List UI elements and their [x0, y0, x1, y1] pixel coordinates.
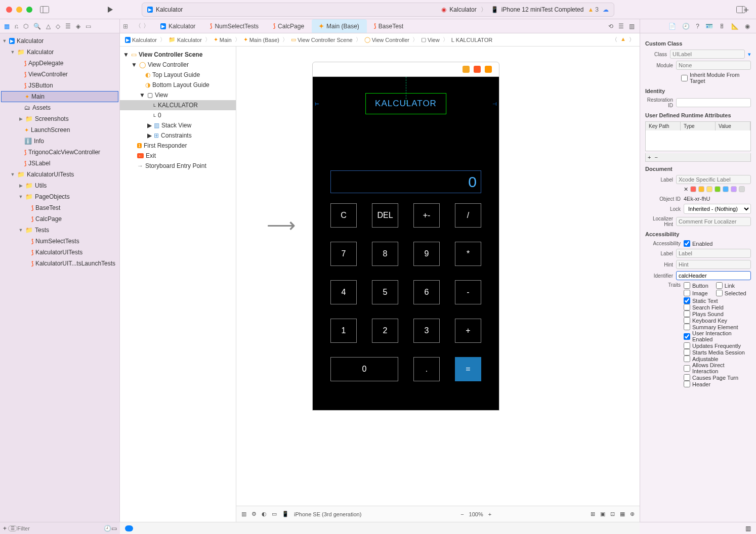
filter-scope-icon[interactable]: ☰: [8, 525, 17, 531]
embed-icon[interactable]: ▦: [620, 511, 625, 517]
file-basetest[interactable]: ⟆BaseTest: [0, 202, 119, 213]
file-inspector-icon[interactable]: 📄: [668, 23, 676, 30]
prev-issue-icon[interactable]: 〈: [612, 36, 617, 43]
breakpoint-navigator-icon[interactable]: ◈: [76, 23, 80, 30]
file-trigono[interactable]: ⟆TrigonoCalcViewController: [0, 147, 119, 158]
key-5[interactable]: 5: [372, 280, 398, 304]
key-del[interactable]: DEL: [372, 203, 398, 228]
key-7[interactable]: 7: [330, 242, 357, 266]
source-control-icon[interactable]: ⎌: [15, 23, 18, 30]
tab-calcpage[interactable]: ⟆CalcPage: [266, 19, 312, 33]
file-launchtests[interactable]: ⟆KalculatorUIT...tsLaunchTests: [0, 258, 119, 269]
add-attr-button[interactable]: +: [648, 154, 651, 160]
color-gray[interactable]: [739, 186, 745, 192]
related-items-icon[interactable]: ⊞: [123, 23, 128, 30]
color-red[interactable]: [690, 186, 696, 192]
module-field[interactable]: [676, 61, 751, 70]
first-responder-icon[interactable]: [474, 66, 481, 73]
symbol-navigator-icon[interactable]: ⬡: [23, 23, 28, 30]
key-1[interactable]: 1: [330, 319, 357, 343]
scm-filter-icon[interactable]: ▭: [111, 525, 117, 532]
outline-stack[interactable]: ▶▥Stack View: [120, 120, 236, 130]
runtime-attrs-table[interactable]: Key PathTypeValue: [645, 121, 751, 151]
group-kalculator[interactable]: ▼📁Kalculator: [0, 47, 119, 58]
outline-constraints[interactable]: ▶⊞Constraints: [120, 130, 236, 141]
trait-starts-media-session[interactable]: Starts Media Session: [684, 349, 751, 355]
key-plus[interactable]: +: [455, 319, 481, 343]
scheme-selector[interactable]: ◉ Kalculator 〉 📱 iPhone 12 mini: [441, 6, 541, 14]
trait-allows-direct-interaction[interactable]: Allows Direct Interaction: [684, 362, 751, 374]
zoom-in-icon[interactable]: +: [488, 511, 491, 517]
key-9[interactable]: 9: [413, 242, 440, 266]
key-4[interactable]: 4: [330, 280, 357, 304]
trait-link[interactable]: Link: [716, 282, 748, 289]
close-window[interactable]: [6, 7, 12, 13]
file-main[interactable]: ✦Main: [1, 91, 118, 102]
key-6[interactable]: 6: [413, 280, 440, 304]
class-dropdown-icon[interactable]: ▾: [748, 51, 751, 58]
group-tests[interactable]: ▼📁Tests: [0, 225, 119, 236]
trait-causes-page-turn[interactable]: Causes Page Turn: [684, 374, 751, 381]
test-navigator-icon[interactable]: ◇: [56, 23, 60, 30]
outline-entry[interactable]: →Storyboard Entry Point: [120, 161, 236, 171]
accessibility-enabled-checkbox[interactable]: [684, 240, 690, 247]
library-icon[interactable]: ⊕: [630, 511, 635, 517]
file-viewcontroller[interactable]: ⟆ViewController: [0, 69, 119, 80]
attributes-inspector-icon[interactable]: 🎚: [719, 23, 725, 30]
ib-canvas[interactable]: ⟶ KALCULATOR ⊢ ⊣ 0: [236, 47, 640, 522]
warnings-badge[interactable]: ▲3: [587, 6, 599, 13]
tab-main[interactable]: ✦Main (Base): [312, 19, 367, 33]
key-dot[interactable]: .: [413, 357, 440, 381]
issue-navigator-icon[interactable]: △: [46, 23, 51, 30]
device-icon[interactable]: 📱: [282, 511, 289, 517]
size-inspector-icon[interactable]: 📐: [731, 23, 739, 30]
key-3[interactable]: 3: [413, 319, 440, 343]
restoration-id-field[interactable]: [676, 98, 751, 107]
tab-basetest[interactable]: ⟆BaseTest: [367, 19, 411, 33]
toggle-inspector-icon[interactable]: [736, 5, 746, 15]
identity-inspector-icon[interactable]: 🪪: [705, 23, 713, 30]
acc-label-field[interactable]: [676, 249, 751, 258]
recent-icon[interactable]: 🕘: [104, 525, 111, 532]
trait-header[interactable]: Header: [684, 381, 751, 387]
key-2[interactable]: 2: [372, 319, 398, 343]
refresh-icon[interactable]: ⟲: [608, 23, 613, 30]
add-button[interactable]: +: [3, 525, 7, 532]
group-uitests[interactable]: ▼📁KalculatorUITests: [0, 169, 119, 180]
trait-image[interactable]: Image: [684, 290, 716, 296]
group-utils[interactable]: ▶📁Utils: [0, 180, 119, 191]
navigator-filter-input[interactable]: [17, 525, 104, 531]
trait-user-interaction-enabled[interactable]: User Interaction Enabled: [684, 330, 751, 342]
doc-label-field[interactable]: [676, 175, 751, 184]
add-editor-icon[interactable]: ▥: [629, 23, 635, 30]
color-purple[interactable]: [731, 186, 737, 192]
adjust-options-icon[interactable]: ⚙: [251, 511, 257, 517]
library-shortcut-icon[interactable]: ▥: [745, 525, 751, 532]
outline-first-responder[interactable]: 1First Responder: [120, 141, 236, 151]
tab-numselecttests[interactable]: ⟆NumSelectTests: [203, 19, 266, 33]
toggle-outline-icon[interactable]: ▥: [241, 511, 246, 517]
file-kalcuitests[interactable]: ⟆KalculatorUITests: [0, 247, 119, 258]
outline-view[interactable]: ▼▢View: [120, 90, 236, 100]
localizer-hint-field[interactable]: [676, 217, 751, 226]
pin-icon[interactable]: ▣: [600, 511, 605, 517]
minimize-window[interactable]: [16, 7, 22, 13]
adjust-editor-icon[interactable]: ☰: [618, 23, 624, 30]
file-calcpage[interactable]: ⟆CalcPage: [0, 213, 119, 225]
outline-exit[interactable]: ←Exit: [120, 151, 236, 161]
group-screenshots[interactable]: ▶📁Screenshots: [0, 113, 119, 124]
kalculator-label[interactable]: KALCULATOR: [365, 93, 446, 114]
outline-scene[interactable]: ▼▭View Controller Scene: [120, 50, 236, 60]
file-jsbutton[interactable]: ⟆JSButton: [0, 80, 119, 91]
key-0[interactable]: 0: [330, 357, 398, 381]
zoom-window[interactable]: [26, 7, 32, 13]
file-info[interactable]: ℹ️Info: [0, 136, 119, 147]
inherit-checkbox[interactable]: [681, 75, 688, 81]
file-numselect[interactable]: ⟆NumSelectTests: [0, 236, 119, 247]
key-8[interactable]: 8: [372, 242, 398, 266]
trait-search-field[interactable]: Search Field: [684, 304, 751, 310]
acc-identifier-field[interactable]: [676, 271, 751, 280]
project-root[interactable]: ▼▶Kalculator: [0, 35, 119, 47]
trait-summary-element[interactable]: Summary Element: [684, 324, 751, 330]
trait-plays-sound[interactable]: Plays Sound: [684, 310, 751, 317]
